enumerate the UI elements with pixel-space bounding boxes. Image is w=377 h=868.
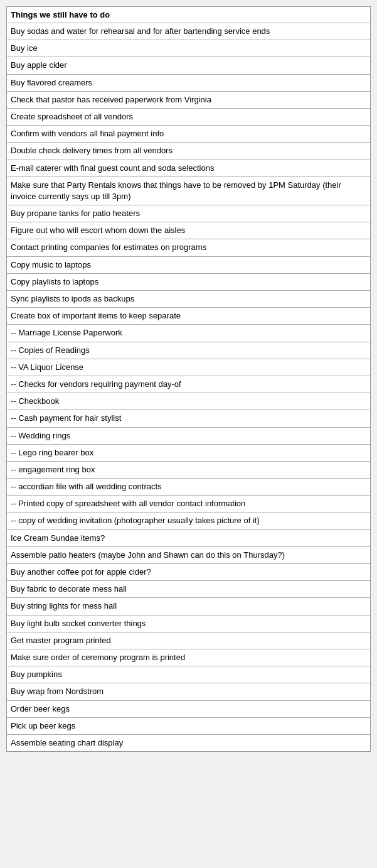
row-text-18: -- Copies of Readings (11, 345, 90, 355)
row-text-6: Confirm with vendors all final payment i… (11, 129, 164, 138)
row-text-5: Create spreadsheet of all vendors (11, 112, 133, 121)
row-text-15: Sync playlists to ipods as backups (11, 294, 134, 303)
table-row: Buy ice (7, 40, 370, 57)
row-text-24: -- Lego ring bearer box (11, 448, 93, 457)
row-text-13: Copy music to laptops (11, 260, 91, 269)
row-text-12: Contact printing companies for estimates… (11, 242, 206, 252)
row-text-3: Buy flavored creamers (11, 78, 92, 87)
table-row: -- Checks for vendors requiring payment … (7, 376, 370, 393)
row-text-30: Assemble patio heaters (maybe John and S… (11, 550, 285, 560)
row-text-31: Buy another coffee pot for apple cider? (11, 567, 151, 577)
table-row: Make sure that Party Rentals knows that … (7, 177, 370, 205)
row-text-38: Buy wrap from Nordstrom (11, 686, 104, 696)
table-row: Pick up beer kegs (7, 718, 370, 735)
row-text-35: Get master program printed (11, 636, 111, 645)
row-text-28: -- copy of wedding invitation (photograp… (11, 516, 260, 525)
table-row: -- copy of wedding invitation (photograp… (7, 513, 370, 529)
table-row: -- engagement ring box (7, 462, 370, 479)
table-row: Copy music to laptops (7, 257, 370, 274)
row-text-36: Make sure order of ceremony program is p… (11, 653, 185, 662)
table-row: Assemble patio heaters (maybe John and S… (7, 547, 370, 564)
table-row: E-mail caterer with final guest count an… (7, 160, 370, 177)
row-text-22: -- Cash payment for hair stylist (11, 413, 121, 423)
header-text: Things we still have to do (11, 10, 110, 19)
task-table: Things we still have to do Buy sodas and… (7, 7, 370, 751)
row-text-7: Double check delivery times from all ven… (11, 146, 173, 155)
table-row: -- Copies of Readings (7, 342, 370, 359)
table-row: -- Printed copy of spreadsheet with all … (7, 496, 370, 513)
row-text-32: Buy fabric to decorate mess hall (11, 584, 127, 594)
row-text-34: Buy light bulb socket converter things (11, 619, 146, 628)
table-row: Buy string lights for mess hall (7, 598, 370, 615)
table-row: Create box of important items to keep se… (7, 308, 370, 325)
table-row: Create spreadsheet of all vendors (7, 109, 370, 126)
row-text-2: Buy apple cider (11, 60, 67, 70)
row-text-33: Buy string lights for mess hall (11, 601, 117, 610)
table-row: Check that pastor has received paperwork… (7, 92, 370, 109)
row-text-1: Buy ice (11, 43, 38, 53)
row-text-19: -- VA Liquor License (11, 362, 83, 372)
table-row: Sync playlists to ipods as backups (7, 291, 370, 308)
table-row: Figure out who will escort whom down the… (7, 222, 370, 239)
table-row: Copy playlists to laptops (7, 274, 370, 291)
table-row: Buy pumpkins (7, 666, 370, 683)
row-text-25: -- engagement ring box (11, 465, 95, 474)
table-row: -- Wedding rings (7, 428, 370, 445)
row-text-21: -- Checkbook (11, 396, 59, 406)
row-text-27: -- Printed copy of spreadsheet with all … (11, 499, 245, 508)
table-row: Buy wrap from Nordstrom (7, 683, 370, 700)
main-container: Things we still have to do Buy sodas and… (6, 6, 371, 752)
table-row: -- Checkbook (7, 393, 370, 410)
row-text-20: -- Checks for vendors requiring payment … (11, 379, 181, 389)
row-text-14: Copy playlists to laptops (11, 277, 98, 286)
row-text-9: Make sure that Party Rentals knows that … (11, 180, 341, 201)
row-text-39: Order beer kegs (11, 704, 70, 713)
table-row: Double check delivery times from all ven… (7, 143, 370, 160)
table-row: Buy fabric to decorate mess hall (7, 581, 370, 598)
row-text-17: -- Marriage License Paperwork (11, 328, 122, 337)
table-row: Buy light bulb socket converter things (7, 616, 370, 632)
table-header: Things we still have to do (7, 7, 370, 23)
row-text-37: Buy pumpkins (11, 670, 62, 679)
table-row: Buy propane tanks for patio heaters (7, 205, 370, 222)
table-row: Contact printing companies for estimates… (7, 239, 370, 256)
table-row: Confirm with vendors all final payment i… (7, 126, 370, 143)
row-text-29: Ice Cream Sundae items? (11, 533, 105, 543)
table-row: Order beer kegs (7, 701, 370, 718)
row-text-8: E-mail caterer with final guest count an… (11, 163, 214, 173)
table-row: Buy flavored creamers (7, 75, 370, 92)
row-text-26: -- accordian file with all wedding contr… (11, 482, 162, 491)
table-row: Buy another coffee pot for apple cider? (7, 564, 370, 581)
table-row: -- VA Liquor License (7, 359, 370, 376)
table-row: Assemble seating chart display (7, 735, 370, 751)
row-text-10: Buy propane tanks for patio heaters (11, 209, 140, 218)
table-row: Buy apple cider (7, 57, 370, 74)
table-row: Buy sodas and water for rehearsal and fo… (7, 23, 370, 40)
table-row: Get master program printed (7, 632, 370, 649)
row-text-0: Buy sodas and water for rehearsal and fo… (11, 26, 270, 36)
row-text-4: Check that pastor has received paperwork… (11, 95, 211, 104)
table-row: -- Lego ring bearer box (7, 445, 370, 462)
row-text-23: -- Wedding rings (11, 431, 70, 440)
table-row: Make sure order of ceremony program is p… (7, 649, 370, 666)
table-row: Ice Cream Sundae items? (7, 530, 370, 547)
row-text-40: Pick up beer kegs (11, 721, 75, 730)
row-text-16: Create box of important items to keep se… (11, 311, 181, 320)
row-text-11: Figure out who will escort whom down the… (11, 225, 185, 235)
row-text-41: Assemble seating chart display (11, 738, 123, 747)
table-row: -- Cash payment for hair stylist (7, 410, 370, 427)
table-row: -- Marriage License Paperwork (7, 325, 370, 342)
table-row: -- accordian file with all wedding contr… (7, 479, 370, 496)
